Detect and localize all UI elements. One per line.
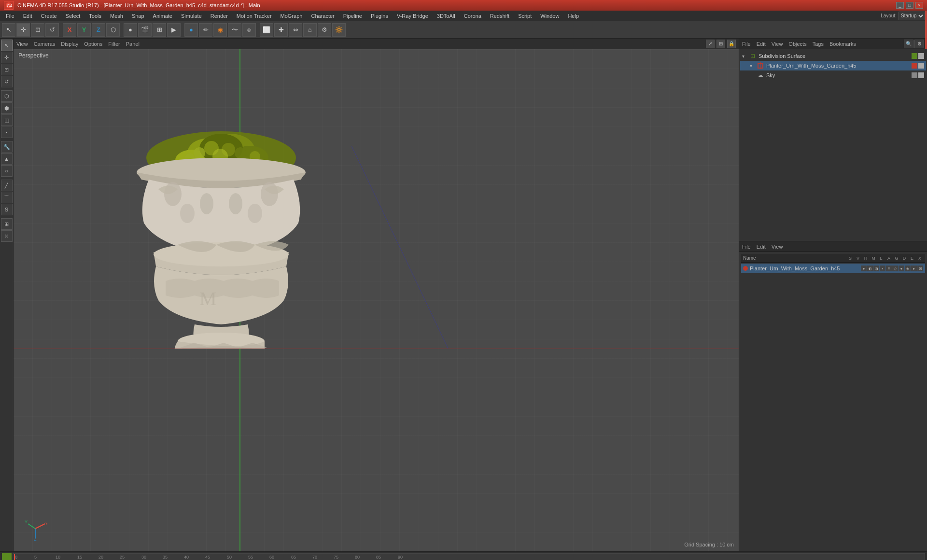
tool-object-x[interactable]: X [63, 23, 76, 37]
viewport-tab-cameras[interactable]: Cameras [34, 41, 56, 47]
left-tool-grid[interactable]: ⊞ [1, 218, 13, 230]
tool-nurbs[interactable]: ⌾ [242, 23, 256, 37]
menu-vray[interactable]: V-Ray Bridge [393, 12, 432, 20]
attr-tab-file[interactable]: File [742, 244, 751, 250]
viewport-tab-panel[interactable]: Panel [126, 41, 140, 47]
obj-tab-file[interactable]: File [742, 41, 751, 47]
viewport-lock-btn[interactable]: 🔒 [727, 40, 736, 48]
menu-render[interactable]: Render [207, 12, 232, 20]
tree-expand-icon[interactable]: ▾ [742, 54, 747, 59]
attr-row-planter[interactable]: Planter_Urn_With_Moss_Garden_h45 ● ◐ ◑ ▪… [741, 264, 925, 273]
tool-cube[interactable]: ⬜ [260, 23, 273, 37]
left-tool-dots[interactable]: ⁙ [1, 230, 13, 242]
tool-timeline[interactable]: 🎬 [138, 23, 152, 37]
tool-mode-select[interactable]: ↖ [2, 23, 15, 37]
attr-tab-edit[interactable]: Edit [757, 244, 766, 250]
menu-window[interactable]: Window [536, 12, 563, 20]
menu-edit[interactable]: Edit [19, 12, 36, 20]
minimize-button[interactable]: _ [896, 2, 904, 9]
left-tool-rotate[interactable]: ↺ [1, 76, 13, 87]
menu-pipeline[interactable]: Pipeline [339, 12, 366, 20]
tool-object-y[interactable]: Y [77, 23, 91, 37]
viewport-tab-view[interactable]: View [16, 41, 28, 47]
viewport-tab-filter[interactable]: Filter [108, 41, 120, 47]
left-tool-line[interactable]: ╱ [1, 180, 13, 191]
menu-tools[interactable]: Tools [85, 12, 105, 20]
left-tool-spline[interactable]: ⌒ [1, 192, 13, 203]
left-tool-point[interactable]: · [1, 126, 13, 138]
left-tool-move[interactable]: ✛ [1, 52, 13, 63]
tool-sym[interactable]: ⇔ [289, 23, 302, 37]
menu-redshift[interactable]: Redshift [486, 12, 513, 20]
tree-expand-planter[interactable]: ▾ [750, 63, 755, 69]
tree-item-sky[interactable]: ▾ ☁ Sky [740, 70, 926, 80]
menu-animate[interactable]: Animate [149, 12, 176, 20]
tool-rotate[interactable]: ↺ [45, 23, 59, 37]
tool-spline[interactable]: 〜 [228, 23, 241, 37]
attr-tab-view[interactable]: View [772, 244, 783, 250]
tool-sculpt[interactable]: ◉ [213, 23, 227, 37]
tool-object-mode[interactable]: ⬡ [106, 23, 120, 37]
tool-object-z[interactable]: Z [92, 23, 105, 37]
tool-paint[interactable]: ✏ [199, 23, 212, 37]
left-tool-scale[interactable]: ⊡ [1, 64, 13, 75]
tree-sky-render[interactable] [918, 72, 924, 78]
timeline-ruler[interactable]: 0 5 10 15 20 25 30 35 40 45 50 55 60 65 … [13, 553, 925, 560]
menu-motion-tracker[interactable]: Motion Tracker [233, 12, 276, 20]
menu-mesh[interactable]: Mesh [106, 12, 127, 20]
obj-tab-tags[interactable]: Tags [813, 41, 824, 47]
viewport-tab-options[interactable]: Options [84, 41, 102, 47]
tree-sky-vis[interactable] [912, 72, 917, 78]
tool-scale[interactable]: ⊡ [31, 23, 44, 37]
left-tool-knife[interactable]: S [1, 204, 13, 215]
tree-planter-vis[interactable] [912, 63, 917, 69]
left-tool-edge[interactable]: ◫ [1, 114, 13, 126]
tool-sphere[interactable]: ● [184, 23, 198, 37]
tool-record[interactable]: ● [124, 23, 137, 37]
tree-item-subdivision[interactable]: ▾ ⊡ Subdivision Surface [740, 51, 926, 61]
obj-tab-view[interactable]: View [772, 41, 783, 47]
tree-action-vis[interactable] [912, 53, 917, 59]
viewport-area[interactable]: Perspective [14, 49, 739, 551]
tree-action-render[interactable] [918, 53, 924, 59]
viewport-tab-display[interactable]: Display [61, 41, 78, 47]
menu-snap[interactable]: Snap [128, 12, 148, 20]
menu-simulate[interactable]: Simulate [177, 12, 206, 20]
left-tool-sep3 [1, 177, 13, 179]
menu-character[interactable]: Character [307, 12, 338, 20]
tool-render-region[interactable]: ⊞ [153, 23, 166, 37]
obj-tab-edit[interactable]: Edit [757, 41, 766, 47]
obj-search[interactable]: 🔍 [904, 40, 913, 48]
left-tool-magnet[interactable]: 🔧 [1, 141, 13, 153]
tree-planter-render[interactable] [918, 63, 924, 69]
menu-mograph[interactable]: MoGraph [277, 12, 307, 20]
menu-select[interactable]: Select [62, 12, 84, 20]
tool-render-btn[interactable]: ⚙ [318, 23, 331, 37]
layout-select[interactable]: Startup [899, 12, 925, 20]
viewport-expand-btn[interactable]: ⤢ [706, 40, 715, 48]
left-tool-paint[interactable]: ▲ [1, 153, 13, 165]
tool-ipr[interactable]: 🔆 [332, 23, 346, 37]
menu-help[interactable]: Help [564, 12, 583, 20]
obj-settings[interactable]: ⚙ [914, 40, 924, 48]
obj-tab-objects[interactable]: Objects [788, 41, 806, 47]
tool-render[interactable]: ▶ [167, 23, 181, 37]
menu-plugins[interactable]: Plugins [367, 12, 392, 20]
close-button[interactable]: × [915, 2, 923, 9]
maximize-button[interactable]: □ [906, 2, 913, 9]
menu-3dto[interactable]: 3DToAll [433, 12, 459, 20]
menu-corona[interactable]: Corona [460, 12, 485, 20]
tool-add[interactable]: ✚ [274, 23, 288, 37]
menu-script[interactable]: Script [514, 12, 535, 20]
left-tool-poly[interactable]: ⬢ [1, 102, 13, 114]
obj-tab-bookmarks[interactable]: Bookmarks [829, 41, 856, 47]
tree-item-planter[interactable]: ▾ Planter_Urn_With_Moss_Garden_h45 [740, 61, 926, 70]
menu-file[interactable]: File [2, 12, 18, 20]
viewport-grid-btn[interactable]: ⊞ [716, 40, 725, 48]
left-tool-brush[interactable]: ○ [1, 165, 13, 177]
left-tool-obj[interactable]: ⬡ [1, 90, 13, 102]
menu-create[interactable]: Create [37, 12, 61, 20]
tool-move[interactable]: ✛ [16, 23, 30, 37]
left-tool-pointer[interactable]: ↖ [1, 40, 13, 51]
tool-deform[interactable]: ⌂ [303, 23, 317, 37]
